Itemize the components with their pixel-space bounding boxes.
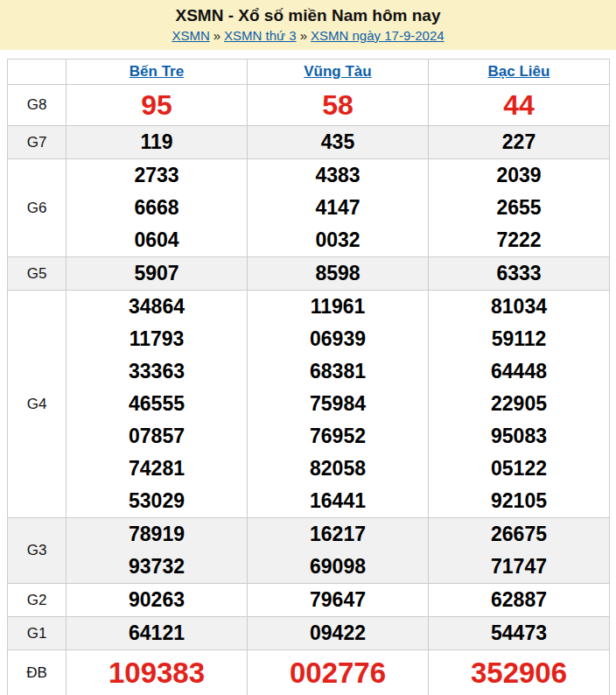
prize-number: 0604 xyxy=(66,224,247,256)
prize-number: 68381 xyxy=(248,355,428,388)
breadcrumb-link-xsmn[interactable]: XSMN xyxy=(172,28,209,43)
prize-number: 58 xyxy=(248,85,428,125)
prize-number: 2039 xyxy=(429,159,609,192)
prize-number: 07857 xyxy=(66,420,247,453)
prize-number: 59112 xyxy=(429,323,609,355)
prize-cell: 58 xyxy=(248,85,429,126)
prize-number: 435 xyxy=(248,126,428,158)
prize-label: G6 xyxy=(8,159,66,257)
prize-number: 75984 xyxy=(248,388,428,420)
prize-cell: 2667571747 xyxy=(429,518,610,584)
prize-label: G7 xyxy=(8,126,66,159)
prize-row: ĐB109383002776352906 xyxy=(8,650,610,695)
prize-number: 81034 xyxy=(429,291,609,323)
prize-number: 95083 xyxy=(429,420,609,453)
prize-cell: 6333 xyxy=(429,257,610,291)
province-link-bac-lieu[interactable]: Bạc Liêu xyxy=(488,63,550,80)
prize-number: 90263 xyxy=(66,584,247,616)
page-title: XSMN - Xổ số miền Nam hôm nay xyxy=(0,5,616,26)
province-header-ben-tre: Bến Tre xyxy=(66,60,248,85)
prize-number: 26675 xyxy=(429,518,609,551)
breadcrumb-separator: » xyxy=(214,28,220,43)
prize-number: 95 xyxy=(66,85,247,125)
prize-label: G3 xyxy=(8,518,66,584)
province-link-vung-tau[interactable]: Vũng Tàu xyxy=(304,63,371,80)
breadcrumb-link-xsmn-thu-3[interactable]: XSMN thứ 3 xyxy=(224,28,297,43)
prize-cell: 119 xyxy=(66,126,248,159)
prize-number: 74281 xyxy=(66,453,247,485)
prize-cell: 5907 xyxy=(66,257,248,291)
prize-label: G2 xyxy=(8,584,66,617)
prize-row: G1641210942254473 xyxy=(8,617,610,650)
prize-row: G3789199373216217690982667571747 xyxy=(8,518,610,584)
province-header-bac-lieu: Bạc Liêu xyxy=(429,60,610,85)
prize-row: G6273366680604438341470032203926557222 xyxy=(8,159,610,257)
breadcrumb-link-xsmn-ngay[interactable]: XSMN ngày 17-9-2024 xyxy=(311,28,444,43)
prize-number: 2655 xyxy=(429,192,609,224)
header-row: Bến Tre Vũng Tàu Bạc Liêu xyxy=(8,60,610,85)
prize-number: 78919 xyxy=(66,518,247,551)
prize-number: 0032 xyxy=(248,224,428,256)
prize-number: 93732 xyxy=(66,551,247,583)
prize-number: 82058 xyxy=(248,453,428,485)
prize-cell: 11961069396838175984769528205816441 xyxy=(248,291,429,518)
prize-cell: 54473 xyxy=(429,617,610,650)
province-link-ben-tre[interactable]: Bến Tre xyxy=(130,63,184,80)
prize-number: 46555 xyxy=(66,388,247,420)
prize-number: 64448 xyxy=(429,355,609,388)
results-table-wrap: Bến Tre Vũng Tàu Bạc Liêu G8955844G71194… xyxy=(7,59,610,695)
prize-column-header xyxy=(8,60,66,85)
prize-number: 79647 xyxy=(248,584,428,616)
prize-number: 33363 xyxy=(66,355,247,388)
prize-cell: 435 xyxy=(248,126,429,159)
prize-cell: 227 xyxy=(429,126,610,159)
prize-number: 92105 xyxy=(429,485,609,517)
prize-cell: 81034591126444822905950830512292105 xyxy=(429,291,610,518)
prize-cell: 7891993732 xyxy=(66,518,248,584)
prize-number: 53029 xyxy=(66,485,247,517)
prize-number: 5907 xyxy=(66,257,247,290)
prize-number: 8598 xyxy=(248,257,428,290)
prize-number: 62887 xyxy=(429,584,609,616)
prize-number: 69098 xyxy=(248,551,428,583)
prize-cell: 64121 xyxy=(66,617,248,650)
prize-cell: 438341470032 xyxy=(248,159,429,257)
prize-cell: 90263 xyxy=(66,584,248,617)
prize-row: G8955844 xyxy=(8,85,610,126)
prize-number: 11961 xyxy=(248,291,428,323)
prize-cell: 352906 xyxy=(429,650,610,695)
prize-label: G1 xyxy=(8,617,66,650)
prize-cell: 1621769098 xyxy=(248,518,429,584)
prize-number: 352906 xyxy=(429,650,609,695)
results-table: Bến Tre Vũng Tàu Bạc Liêu G8955844G71194… xyxy=(7,59,610,695)
results-body: G8955844G7119435227G62733666806044383414… xyxy=(8,85,610,695)
prize-cell: 62887 xyxy=(429,584,610,617)
prize-number: 76952 xyxy=(248,420,428,453)
prize-number: 05122 xyxy=(429,453,609,485)
prize-row: G7119435227 xyxy=(8,126,610,159)
prize-number: 119 xyxy=(66,126,247,158)
prize-cell: 002776 xyxy=(248,650,429,695)
prize-cell: 34864117933336346555078577428153029 xyxy=(66,291,248,518)
prize-cell: 273366680604 xyxy=(66,159,248,257)
prize-number: 16217 xyxy=(248,518,428,551)
prize-label: G8 xyxy=(8,85,66,126)
prize-label: ĐB xyxy=(8,650,66,695)
prize-number: 109383 xyxy=(66,650,247,695)
prize-number: 09422 xyxy=(248,617,428,649)
prize-number: 002776 xyxy=(248,650,428,695)
prize-label: G4 xyxy=(8,291,66,518)
prize-cell: 109383 xyxy=(66,650,248,695)
prize-cell: 09422 xyxy=(248,617,429,650)
prize-number: 6333 xyxy=(429,257,609,290)
province-header-vung-tau: Vũng Tàu xyxy=(248,60,429,85)
title-banner: XSMN - Xổ số miền Nam hôm nay XSMN»XSMN … xyxy=(0,0,616,50)
prize-cell: 203926557222 xyxy=(429,159,610,257)
prize-cell: 44 xyxy=(429,85,610,126)
prize-cell: 79647 xyxy=(248,584,429,617)
breadcrumb-separator: » xyxy=(300,28,307,43)
prize-row: G2902637964762887 xyxy=(8,584,610,617)
prize-number: 44 xyxy=(429,85,609,125)
prize-number: 54473 xyxy=(429,617,609,649)
prize-number: 7222 xyxy=(429,224,609,256)
